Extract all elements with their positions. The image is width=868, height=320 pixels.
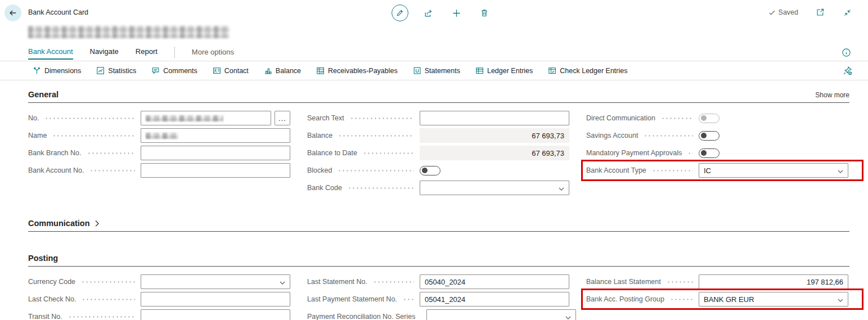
general-header[interactable]: General Show more (28, 90, 849, 103)
dotted-leader (363, 152, 414, 154)
chevron-down-icon (837, 168, 844, 175)
dotted-leader (661, 118, 693, 119)
field-transit-no: Transit No. (28, 309, 290, 320)
info-button[interactable] (842, 48, 851, 57)
action-label: Contact (224, 67, 249, 75)
dotted-leader (350, 118, 414, 119)
communication-title: Communication (28, 219, 90, 228)
check-ledger-entries-icon (548, 66, 556, 75)
tab-navigate[interactable]: Navigate (90, 47, 119, 60)
bank-account-type-select[interactable]: IC (699, 163, 848, 178)
transit-no-input[interactable] (141, 309, 290, 320)
posting-column-2: Last Statement No. Last Payment Statemen… (307, 274, 569, 320)
field-label: Direct Communication (586, 114, 655, 122)
payment-reconciliation-no-series-select[interactable] (426, 309, 576, 320)
tab-report[interactable]: Report (136, 47, 158, 60)
dotted-leader (52, 135, 135, 137)
action-label: Receivables-Payables (328, 67, 398, 75)
bank-account-no-input[interactable] (141, 163, 290, 178)
save-status: Saved (768, 8, 798, 16)
field-label: Mandatory Payment Approvals (586, 149, 682, 157)
field-label: Bank Acc. Posting Group (586, 295, 664, 303)
communication-header[interactable]: Communication (28, 219, 849, 232)
field-balance-last-statement: Balance Last Statement (586, 274, 848, 289)
action-comments[interactable]: Comments (151, 66, 197, 75)
field-bank-branch-no: Bank Branch No. (28, 146, 290, 160)
field-last-check-no: Last Check No. (28, 292, 290, 307)
action-check-ledger-entries[interactable]: Check Ledger Entries (548, 66, 627, 75)
dimensions-icon (33, 66, 41, 75)
top-bar: Bank Account Card Saved (0, 0, 868, 24)
divider (0, 80, 868, 80)
action-ledger-entries[interactable]: Ledger Entries (475, 66, 533, 75)
action-statistics[interactable]: Statistics (96, 66, 136, 75)
action-label: Dimensions (44, 67, 81, 75)
balance-icon (264, 66, 272, 75)
field-label: Last Payment Statement No. (307, 295, 397, 303)
field-label: Blocked (307, 166, 332, 174)
action-contact[interactable]: Contact (213, 66, 249, 75)
last-check-no-input[interactable] (141, 292, 290, 307)
dotted-leader (338, 170, 414, 172)
info-icon (842, 48, 851, 57)
delete-button[interactable] (476, 4, 493, 21)
open-in-new-window-button[interactable] (815, 7, 825, 17)
field-balance-to-date: Balance to Date (307, 146, 569, 160)
mandatory-payment-approvals-toggle[interactable] (699, 148, 719, 158)
assist-edit-button[interactable]: ... (275, 111, 290, 125)
field-label: Bank Branch No. (28, 149, 82, 157)
general-title: General (28, 90, 59, 99)
bank-code-select[interactable] (420, 181, 569, 195)
more-options-button[interactable]: More options (192, 48, 234, 59)
show-more-link[interactable]: Show more (815, 91, 849, 99)
unpin-icon (843, 66, 852, 75)
field-bank-account-no: Bank Account No. (28, 163, 290, 178)
chevron-down-icon (837, 297, 844, 304)
field-bank-code: Bank Code (307, 181, 569, 195)
receivables-payables-icon (316, 66, 325, 75)
action-bar: Dimensions Statistics Comments Contact B… (0, 61, 868, 80)
savings-account-toggle[interactable] (699, 131, 719, 141)
field-bank-acc-posting-group-highlighted: Bank Acc. Posting Group BANK GR EUR (586, 292, 848, 307)
balance-value (420, 128, 569, 143)
search-text-input[interactable] (420, 111, 569, 125)
tab-bank-account[interactable]: Bank Account (28, 47, 73, 60)
save-status-label: Saved (779, 8, 798, 16)
field-savings-account: Savings Account (586, 128, 848, 143)
chevron-down-icon (279, 280, 286, 286)
blocked-toggle[interactable] (420, 166, 440, 175)
action-label: Ledger Entries (487, 67, 533, 75)
last-payment-statement-no-input[interactable] (420, 292, 569, 307)
action-statements[interactable]: Statements (413, 66, 460, 75)
field-name: Name (28, 128, 290, 143)
section-communication: Communication (28, 219, 849, 232)
new-button[interactable] (448, 4, 465, 21)
edit-button[interactable] (392, 4, 408, 21)
action-balance[interactable]: Balance (264, 66, 301, 75)
bank-acc-posting-group-select[interactable]: BANK GR EUR (699, 292, 848, 307)
balance-last-statement-input[interactable] (699, 274, 848, 289)
field-search-text: Search Text (307, 111, 569, 125)
dotted-leader (373, 281, 414, 283)
share-button[interactable] (420, 4, 437, 21)
field-balance: Balance (307, 128, 569, 143)
currency-code-select[interactable] (141, 274, 290, 289)
field-bank-account-type-highlighted: Bank Account Type IC (586, 163, 848, 178)
field-label: Bank Code (307, 184, 342, 192)
field-label: Transit No. (28, 313, 62, 320)
select-value: BANK GR EUR (704, 295, 754, 304)
field-label: Currency Code (28, 278, 75, 286)
page-toolbar (392, 4, 493, 21)
unpin-button[interactable] (843, 66, 852, 75)
field-label: Name (28, 132, 47, 139)
collapse-button[interactable] (842, 7, 852, 17)
back-button[interactable] (5, 4, 21, 21)
action-dimensions[interactable]: Dimensions (33, 66, 81, 75)
bank-branch-no-input[interactable] (141, 146, 290, 160)
action-receivables-payables[interactable]: Receivables-Payables (316, 66, 398, 75)
action-label: Balance (276, 67, 301, 75)
statements-icon (413, 66, 421, 75)
posting-header[interactable]: Posting (28, 254, 849, 267)
last-statement-no-input[interactable] (420, 274, 569, 289)
action-label: Statistics (108, 67, 136, 75)
